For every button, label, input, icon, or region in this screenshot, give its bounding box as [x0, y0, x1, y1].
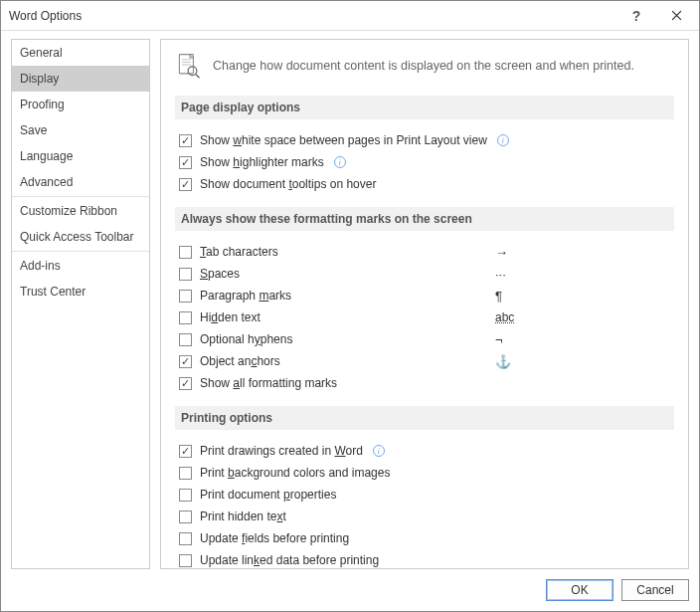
- option-row: Show all formatting marks: [179, 372, 674, 394]
- format-symbol: ···: [495, 267, 674, 282]
- sidebar-item-customize-ribbon[interactable]: Customize Ribbon: [12, 198, 149, 224]
- option-label[interactable]: Show highlighter marks: [200, 155, 324, 169]
- checkbox[interactable]: [179, 268, 192, 281]
- option-row: Update linked data before printing: [179, 549, 674, 569]
- sidebar-item-general[interactable]: General: [12, 40, 149, 66]
- option-label[interactable]: Update linked data before printing: [200, 553, 379, 567]
- option-row: Spaces···: [179, 263, 674, 285]
- format-symbol: ⚓: [495, 354, 674, 369]
- option-row: Hidden textabc: [179, 306, 674, 328]
- option-label[interactable]: Update fields before printing: [200, 531, 349, 545]
- option-label[interactable]: Print document properties: [200, 488, 336, 502]
- category-sidebar: GeneralDisplayProofingSaveLanguageAdvanc…: [11, 39, 150, 569]
- option-label[interactable]: Show white space between pages in Print …: [200, 133, 487, 147]
- checkbox[interactable]: [179, 445, 192, 458]
- titlebar: Word Options ?: [1, 1, 699, 31]
- format-symbol: ¶: [495, 289, 674, 304]
- option-row: Update fields before printing: [179, 527, 674, 549]
- section-page-display: Page display options: [175, 96, 674, 119]
- option-row: Print drawings created in Wordi: [179, 440, 674, 462]
- option-row: Print document properties: [179, 484, 674, 506]
- cancel-button[interactable]: Cancel: [621, 579, 689, 601]
- option-label[interactable]: Show document tooltips on hover: [200, 177, 376, 191]
- sidebar-separator: [12, 196, 149, 197]
- option-row: Object anchors⚓: [179, 350, 674, 372]
- info-icon[interactable]: i: [334, 156, 346, 168]
- format-symbol: abc: [495, 310, 674, 324]
- option-label[interactable]: Print background colors and images: [200, 466, 390, 480]
- checkbox[interactable]: [179, 178, 192, 191]
- formatting-marks-options: Tab characters→Spaces···Paragraph marks¶…: [179, 241, 674, 394]
- checkbox[interactable]: [179, 333, 192, 346]
- section-formatting-marks: Always show these formatting marks on th…: [175, 207, 674, 231]
- page-magnifier-icon: [175, 52, 203, 80]
- sidebar-item-add-ins[interactable]: Add-ins: [12, 253, 149, 279]
- option-row: Show white space between pages in Print …: [179, 129, 674, 151]
- option-label[interactable]: Paragraph marks: [200, 289, 329, 303]
- option-label[interactable]: Print hidden text: [200, 510, 286, 523]
- close-button[interactable]: [654, 1, 699, 30]
- option-label[interactable]: Print drawings created in Word: [200, 444, 363, 458]
- checkbox[interactable]: [179, 156, 192, 169]
- checkbox[interactable]: [179, 467, 192, 480]
- checkbox[interactable]: [179, 290, 192, 303]
- format-symbol: ¬: [495, 332, 674, 347]
- option-row: Optional hyphens¬: [179, 328, 674, 350]
- format-symbol: →: [495, 245, 674, 260]
- option-label[interactable]: Show all formatting marks: [200, 376, 337, 390]
- sidebar-item-language[interactable]: Language: [12, 143, 149, 169]
- checkbox[interactable]: [179, 489, 192, 502]
- intro-text: Change how document content is displayed…: [213, 59, 634, 73]
- intro-row: Change how document content is displayed…: [175, 52, 674, 80]
- checkbox[interactable]: [179, 377, 192, 390]
- ok-button[interactable]: OK: [546, 579, 613, 601]
- sidebar-item-save[interactable]: Save: [12, 117, 149, 143]
- checkbox[interactable]: [179, 355, 192, 368]
- dialog-footer: OK Cancel: [1, 569, 699, 611]
- checkbox[interactable]: [179, 554, 192, 567]
- option-label[interactable]: Spaces: [200, 267, 329, 281]
- sidebar-item-advanced[interactable]: Advanced: [12, 169, 149, 195]
- option-row: Tab characters→: [179, 241, 674, 263]
- checkbox[interactable]: [179, 510, 192, 523]
- sidebar-item-proofing[interactable]: Proofing: [12, 92, 149, 117]
- option-label[interactable]: Hidden text: [200, 310, 329, 324]
- printing-options: Print drawings created in WordiPrint bac…: [179, 440, 674, 569]
- window-title: Word Options: [9, 9, 618, 23]
- checkbox[interactable]: [179, 134, 192, 147]
- option-row: Show document tooltips on hover: [179, 173, 674, 195]
- page-display-options: Show white space between pages in Print …: [179, 129, 674, 195]
- options-content: Change how document content is displayed…: [160, 39, 689, 569]
- svg-line-5: [196, 75, 200, 79]
- option-label[interactable]: Optional hyphens: [200, 332, 329, 346]
- info-icon[interactable]: i: [373, 445, 385, 457]
- sidebar-item-display[interactable]: Display: [12, 66, 149, 92]
- checkbox[interactable]: [179, 532, 192, 545]
- checkbox[interactable]: [179, 311, 192, 324]
- checkbox[interactable]: [179, 246, 192, 259]
- sidebar-item-quick-access-toolbar[interactable]: Quick Access Toolbar: [12, 224, 149, 250]
- option-row: Print background colors and images: [179, 462, 674, 484]
- close-icon: [671, 10, 682, 21]
- help-button[interactable]: ?: [618, 1, 654, 30]
- option-row: Show highlighter marksi: [179, 151, 674, 173]
- option-label[interactable]: Tab characters: [200, 245, 329, 259]
- word-options-dialog: Word Options ? GeneralDisplayProofingSav…: [0, 0, 700, 612]
- option-row: Print hidden text: [179, 506, 674, 527]
- section-printing: Printing options: [175, 406, 674, 430]
- sidebar-separator: [12, 251, 149, 252]
- option-label[interactable]: Object anchors: [200, 354, 329, 368]
- option-row: Paragraph marks¶: [179, 285, 674, 306]
- sidebar-item-trust-center[interactable]: Trust Center: [12, 279, 149, 305]
- info-icon[interactable]: i: [497, 134, 509, 146]
